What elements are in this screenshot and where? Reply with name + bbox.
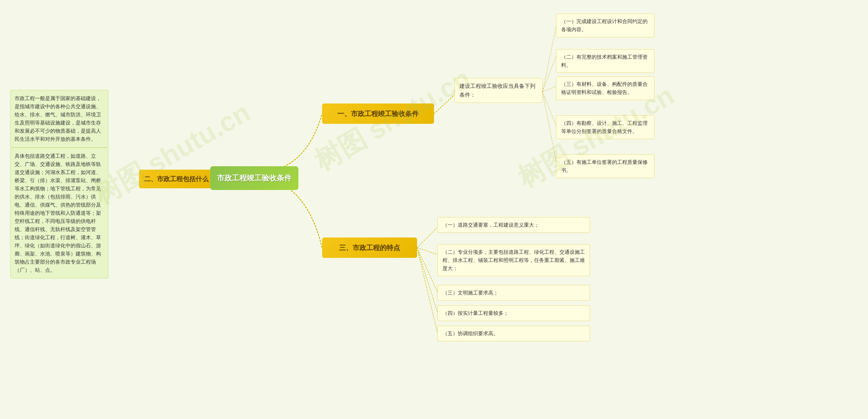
svg-line-2 xyxy=(542,27,556,92)
svg-line-9 xyxy=(417,248,437,292)
mind-map-container: 市政工程一般是属于国家的基础建设，是指城市建设中的各种公共交通设施、给水、排水、… xyxy=(0,0,868,419)
condition-item-1: （一）完成建设工程设计和合同约定的各项内容。 xyxy=(556,14,654,37)
connector-lines xyxy=(0,0,868,419)
svg-line-10 xyxy=(417,248,437,312)
branch-node-features[interactable]: 三、市政工程的特点 xyxy=(322,237,417,258)
condition-item-2: （二）有完整的技术档案和施工管理资料。 xyxy=(556,49,654,73)
branch-node-what[interactable]: 二、市政工程包括什么 xyxy=(139,170,214,188)
svg-line-11 xyxy=(417,248,437,332)
branch-node-acceptance[interactable]: 一、市政工程竣工验收条件 xyxy=(322,103,434,124)
watermark-1: 树图 shutu.cn xyxy=(87,94,257,213)
svg-line-1 xyxy=(434,95,454,114)
char-item-2: （二）专业分项多，主要包括道路工程、绿化工程、交通设施工程、排水工程、铺装工程和… xyxy=(437,244,590,276)
central-node[interactable]: 市政工程竣工验收条件 xyxy=(210,166,298,190)
char-item-4: （四）按实计量工程量较多； xyxy=(437,305,590,321)
char-item-1: （一）道路交通要塞，工程建设意义重大； xyxy=(437,217,590,233)
left-description-2: 具体包括道路交通工程，如道路、立交、广场、交通设施、铁路及地铁等轨道交通设施；河… xyxy=(10,148,108,279)
char-item-5: （五）协调组织要求高。 xyxy=(437,326,590,341)
svg-line-8 xyxy=(417,248,437,254)
condition-item-5: （五）有施工单位签署的工程质量保修书。 xyxy=(556,154,654,178)
svg-line-6 xyxy=(542,92,556,161)
condition-header: 建设工程竣工验收应当具备下列条件： xyxy=(454,78,542,103)
svg-line-7 xyxy=(417,227,437,248)
condition-item-4: （四）有勘察、设计、施工、工程监理等单位分别签署的质量合格文件。 xyxy=(556,115,654,139)
char-item-3: （三）文明施工要求高； xyxy=(437,285,590,301)
svg-line-4 xyxy=(542,87,556,92)
svg-line-5 xyxy=(542,92,556,126)
svg-line-3 xyxy=(542,56,556,92)
condition-item-3: （三）有材料、设备、构配件的质量合格证明资料和试验、检验报告。 xyxy=(556,76,654,100)
left-description-1: 市政工程一般是属于国家的基础建设，是指城市建设中的各种公共交通设施、给水、排水、… xyxy=(10,90,108,148)
